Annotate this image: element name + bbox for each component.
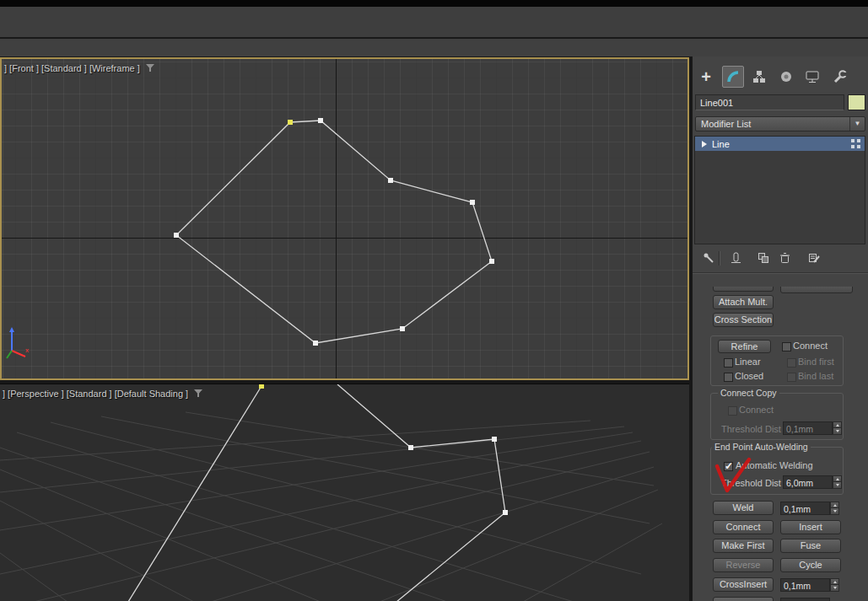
tab-utilities[interactable] — [829, 66, 851, 88]
weld-threshold-label: Threshold Dist — [721, 478, 781, 488]
3dsmax-window: ] [Front ] [Standard ] [Wireframe ] x — [0, 0, 868, 601]
connect-copy-threshold-label: Threshold Dist — [721, 424, 781, 434]
stack-item-line[interactable]: Line — [695, 137, 865, 151]
world-axis-tripod-icon: x — [5, 325, 32, 362]
weld-threshold-field[interactable]: 6,0mm — [783, 475, 833, 489]
make-unique-icon[interactable] — [755, 250, 772, 266]
perspective-viewport-label[interactable]: ] [Perspective ] [Standard ] [Default Sh… — [3, 389, 203, 399]
configure-modifier-sets-icon[interactable] — [806, 250, 822, 266]
toolbar-strip-lower — [0, 39, 868, 56]
filter-funnel-icon[interactable] — [145, 64, 155, 72]
create-plus-icon: + — [701, 68, 711, 85]
tab-hierarchy[interactable] — [748, 66, 770, 88]
automatic-welding-label[interactable]: Automatic Welding — [736, 460, 813, 470]
connect-copy-title: Connect Copy — [718, 388, 779, 398]
spinner-arrows-icon[interactable] — [833, 475, 842, 489]
attach-button-partial[interactable] — [713, 287, 774, 292]
connect-copy-threshold-field: 0,1mm — [783, 421, 833, 435]
closed-checkbox[interactable] — [724, 373, 733, 382]
make-first-button[interactable]: Make First — [713, 539, 774, 553]
object-color-swatch[interactable] — [848, 94, 865, 110]
attach-mult-button[interactable]: Attach Mult. — [713, 295, 774, 309]
reverse-button: Reverse — [713, 558, 774, 572]
refine-button[interactable]: Refine — [718, 340, 771, 353]
cross-insert-spinner[interactable]: 0,1mm — [780, 578, 839, 592]
stack-toolbar — [693, 250, 868, 270]
object-name-input[interactable] — [695, 94, 844, 110]
display-icon — [805, 69, 820, 84]
connect-copy-threshold-spinner: 0,1mm — [783, 421, 842, 435]
cycle-button[interactable]: Cycle — [780, 558, 841, 572]
weld-value-spinner[interactable]: 0,1mm — [780, 502, 839, 515]
panel-groove — [693, 272, 868, 273]
refine-group: Refine Connect Linear Bind first Closed … — [710, 335, 844, 386]
spinner-arrows-icon[interactable] — [830, 578, 839, 592]
front-viewport-label-text[interactable]: ] [Front ] [Standard ] [Wireframe ] — [4, 63, 140, 73]
modifier-stack[interactable]: Line — [694, 136, 865, 244]
spinner-arrows-icon[interactable] — [830, 502, 839, 515]
svg-text:x: x — [25, 346, 29, 354]
end-point-auto-welding-title: End Point Auto-Welding — [712, 442, 811, 452]
toolbar-separator — [719, 251, 720, 266]
titlebar-strip — [0, 0, 868, 7]
modify-icon — [725, 69, 741, 84]
fillet-button-partial[interactable] — [713, 597, 774, 601]
linear-checkbox[interactable] — [724, 358, 733, 368]
command-panel: + — [693, 56, 868, 601]
cross-insert-button[interactable]: CrossInsert — [713, 577, 774, 592]
tab-create[interactable]: + — [695, 66, 717, 88]
connect-button[interactable]: Connect — [713, 520, 774, 534]
perspective-viewport-label-text[interactable]: ] [Perspective ] [Standard ] [Default Sh… — [3, 389, 188, 399]
tab-motion[interactable] — [775, 66, 797, 88]
filter-funnel-icon[interactable] — [193, 389, 203, 398]
insert-button[interactable]: Insert — [780, 520, 841, 534]
linear-label[interactable]: Linear — [735, 357, 761, 367]
cross-section-button[interactable]: Cross Section — [713, 313, 774, 327]
front-spline-canvas — [2, 59, 687, 378]
tab-display[interactable] — [801, 66, 823, 88]
cross-insert-field[interactable]: 0,1mm — [780, 578, 830, 592]
bind-last-checkbox — [787, 373, 796, 382]
chevron-down-icon[interactable]: ▼ — [849, 117, 865, 131]
end-point-auto-welding-group: End Point Auto-Welding Automatic Welding… — [710, 447, 844, 495]
tab-modify[interactable] — [722, 66, 744, 88]
stack-item-label[interactable]: Line — [712, 139, 730, 149]
connect-copy-label: Connect — [739, 405, 774, 415]
utilities-wrench-icon — [833, 69, 848, 84]
viewport-perspective[interactable]: ] [Perspective ] [Standard ] [Default Sh… — [0, 384, 689, 601]
connect-checkbox-label[interactable]: Connect — [793, 341, 828, 351]
show-end-result-icon[interactable] — [727, 250, 744, 266]
perspective-spline-canvas — [0, 384, 689, 601]
bind-first-checkbox — [787, 358, 796, 368]
front-viewport-label[interactable]: ] [Front ] [Standard ] [Wireframe ] — [4, 63, 155, 73]
spinner-arrows-icon — [833, 421, 842, 435]
connect-copy-checkbox — [728, 406, 737, 416]
bind-last-label: Bind last — [798, 371, 833, 381]
weld-button[interactable]: Weld — [713, 501, 774, 515]
connect-checkbox[interactable] — [782, 342, 791, 351]
fillet-spinner-partial[interactable] — [780, 598, 839, 601]
toolbar-strip — [0, 7, 868, 37]
weld-threshold-spinner[interactable]: 6,0mm — [783, 475, 842, 489]
geometry-rollout: Attach Mult. Cross Section Refine Connec… — [693, 287, 868, 601]
automatic-welding-checkbox[interactable] — [724, 462, 733, 471]
fuse-button[interactable]: Fuse — [780, 539, 841, 553]
pin-stack-icon[interactable] — [700, 250, 717, 266]
weld-value-field[interactable]: 0,1mm — [780, 502, 830, 515]
motion-icon — [779, 69, 794, 84]
modifier-list-dropdown[interactable]: Modifier List ▼ — [695, 116, 865, 131]
reorient-partial[interactable] — [780, 287, 853, 293]
subobject-grid-icon[interactable] — [850, 138, 861, 149]
modifier-list-label: Modifier List — [701, 119, 751, 129]
viewport-front[interactable]: ] [Front ] [Standard ] [Wireframe ] x — [0, 57, 689, 380]
remove-modifier-trash-icon[interactable] — [776, 250, 793, 266]
closed-label[interactable]: Closed — [735, 371, 763, 381]
hierarchy-icon — [752, 69, 767, 84]
bind-first-label: Bind first — [798, 357, 834, 367]
connect-copy-group: Connect Copy Connect Threshold Dist 0,1m… — [710, 393, 844, 440]
expand-arrow-icon[interactable] — [702, 141, 707, 148]
